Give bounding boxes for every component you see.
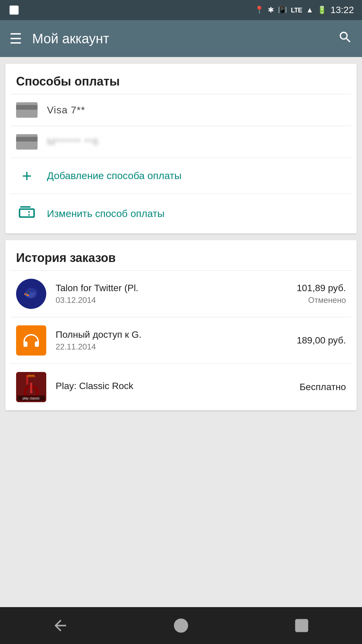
page-title: Мой аккаунт <box>32 31 328 46</box>
battery-icon: 🔋 <box>317 6 326 14</box>
talon-order-date: 03.12.2014 <box>56 296 287 305</box>
status-bar-left <box>8 4 20 16</box>
card-icon-visa <box>16 102 38 118</box>
talon-status: Отменено <box>308 296 346 305</box>
talon-app-icon <box>16 279 46 309</box>
order-history-card: История заказов Talon for Twitter (Pl. 0… <box>5 240 357 410</box>
app-bar: ☰ Мой аккаунт <box>0 20 362 57</box>
status-bar: 📍 ✱ 📳 LTE ▲ 🔋 13:22 <box>0 0 362 20</box>
talon-order-name: Talon for Twitter (Pl. <box>56 283 287 293</box>
talon-price-col: 101,89 руб. Отменено <box>297 283 346 305</box>
card-strip-mc <box>16 137 38 142</box>
wallet-icon <box>16 203 38 224</box>
status-bar-right: 📍 ✱ 📳 LTE ▲ 🔋 13:22 <box>255 5 354 15</box>
gmusic-price-col: 189,00 руб. <box>297 335 346 346</box>
signal-icon: ▲ <box>306 6 313 14</box>
change-payment-label: Изменить способ оплаты <box>47 208 165 219</box>
order-history-title: История заказов <box>5 240 357 270</box>
gmusic-order-info: Полный доступ к G. 22.11.2014 <box>56 329 287 352</box>
svg-text:play classic: play classic <box>22 396 40 400</box>
add-payment-label: Добавление способа оплаты <box>47 170 182 181</box>
svg-point-3 <box>27 291 29 293</box>
order-item-gmusic[interactable]: Полный доступ к G. 22.11.2014 189,00 руб… <box>5 317 357 364</box>
add-payment-button[interactable]: + Добавление способа оплаты <box>5 158 357 194</box>
search-button[interactable] <box>338 30 353 48</box>
bluetooth-icon: ✱ <box>268 6 274 14</box>
back-button[interactable] <box>47 612 74 639</box>
order-item-talon[interactable]: Talon for Twitter (Pl. 03.12.2014 101,89… <box>5 271 357 317</box>
home-button[interactable] <box>168 612 194 639</box>
order-item-classic[interactable]: play classic Play: Classic Rock Бесплатн… <box>5 364 357 410</box>
change-payment-button[interactable]: Изменить способ оплаты <box>5 194 357 233</box>
svg-rect-16 <box>296 620 308 632</box>
main-content: Способы оплаты Visa 7** M****** **6 + До… <box>0 57 362 607</box>
status-time: 13:22 <box>330 5 354 15</box>
gmusic-order-date: 22.11.2014 <box>56 342 287 352</box>
gmusic-order-name: Полный доступ к G. <box>56 329 287 340</box>
svg-rect-6 <box>26 375 28 385</box>
svg-rect-9 <box>30 383 32 392</box>
classic-app-icon: play classic <box>16 372 46 402</box>
payment-item-mc[interactable]: M****** **6 <box>5 126 357 158</box>
card-icon-mc <box>16 134 38 150</box>
classic-price: Бесплатно <box>300 382 346 392</box>
bottom-nav <box>0 607 362 644</box>
mc-text: M****** **6 <box>47 136 99 148</box>
payment-methods-card: Способы оплаты Visa 7** M****** **6 + До… <box>5 64 357 233</box>
plus-icon: + <box>16 167 38 184</box>
svg-point-15 <box>175 619 188 632</box>
classic-order-name: Play: Classic Rock <box>56 381 290 391</box>
svg-rect-4 <box>20 329 42 352</box>
classic-price-col: Бесплатно <box>300 382 346 392</box>
gmusic-app-icon <box>16 325 46 356</box>
card-strip <box>16 105 38 110</box>
classic-order-info: Play: Classic Rock <box>56 381 290 393</box>
recent-apps-button[interactable] <box>288 612 315 639</box>
gmusic-price: 189,00 руб. <box>297 335 346 346</box>
lte-icon: LTE <box>291 6 302 14</box>
svg-point-10 <box>30 391 33 393</box>
visa-text: Visa 7** <box>47 104 85 116</box>
payment-item-visa[interactable]: Visa 7** <box>5 94 357 126</box>
photo-icon <box>8 4 20 16</box>
vibrate-icon: 📳 <box>278 6 287 14</box>
talon-order-info: Talon for Twitter (Pl. 03.12.2014 <box>56 283 287 305</box>
talon-price: 101,89 руб. <box>297 283 346 293</box>
payment-methods-title: Способы оплаты <box>5 64 357 94</box>
menu-button[interactable]: ☰ <box>9 31 22 47</box>
location-icon: 📍 <box>255 6 264 14</box>
